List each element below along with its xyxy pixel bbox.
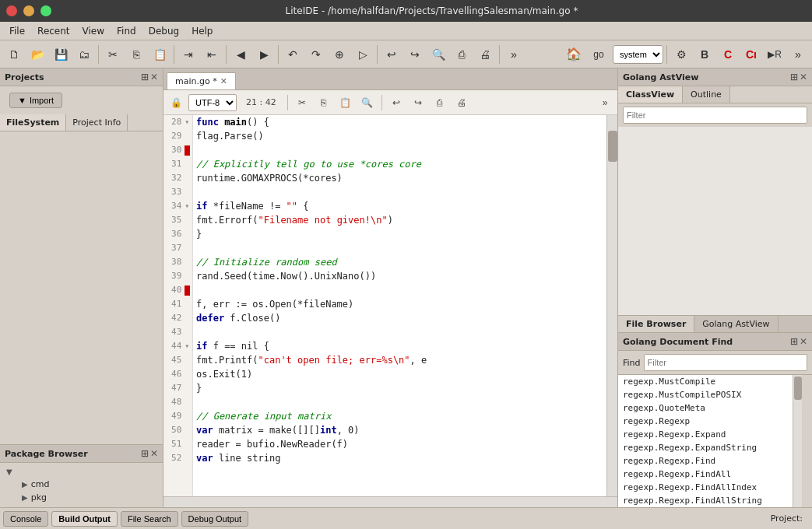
overflow-button[interactable]: » — [787, 44, 809, 65]
b-button[interactable]: B — [694, 44, 715, 65]
menu-find[interactable]: Find — [111, 24, 142, 38]
code-line-41[interactable]: f, err := os.Open(*fileName) — [196, 297, 603, 311]
settings-button[interactable]: ⚙ — [670, 44, 692, 65]
code-line-52[interactable]: var line string — [196, 451, 603, 465]
astview-close-icon[interactable]: ✕ — [800, 72, 807, 82]
menu-help[interactable]: Help — [185, 24, 219, 38]
save-file-button[interactable]: 💾 — [50, 44, 72, 65]
code-line-34[interactable]: if *fileName != "" { — [196, 199, 603, 213]
filter-input[interactable] — [623, 107, 807, 124]
horizontal-scrollbar[interactable] — [163, 496, 617, 507]
godoc-item-7[interactable]: regexp.Regexp.FindAll — [618, 468, 793, 481]
godoc-item-6[interactable]: regexp.Regexp.Find — [618, 454, 793, 468]
ed-redo-icon[interactable]: ↪ — [409, 93, 427, 112]
godoc-close-icon[interactable]: ✕ — [800, 336, 807, 347]
projects-close-icon[interactable]: ✕ — [150, 72, 158, 82]
code-line-50[interactable]: var matrix = make([][]int, 0) — [196, 423, 603, 437]
godoc-item-8[interactable]: regexp.Regexp.FindAllIndex — [618, 481, 793, 494]
godoc-scrollbar[interactable] — [793, 375, 802, 507]
build-select[interactable]: system — [613, 45, 663, 64]
code-line-49[interactable]: // Generate input matrix — [196, 409, 603, 423]
file-search-button[interactable]: File Search — [121, 511, 178, 527]
indent-button[interactable]: ⇥ — [178, 44, 199, 65]
editor-tab-maingo[interactable]: main.go * ✕ — [167, 72, 236, 89]
pkg-pkg[interactable]: ▶ pkg — [6, 491, 156, 504]
code-line-38[interactable]: // Initialize random seed — [196, 255, 603, 269]
code-line-32[interactable]: runtime.GOMAXPROCS(*cores) — [196, 171, 603, 185]
more-button[interactable]: » — [503, 44, 525, 65]
menu-view[interactable]: View — [76, 24, 111, 38]
next-button[interactable]: ▶ — [253, 44, 275, 65]
ed-undo-icon[interactable]: ↩ — [387, 93, 406, 112]
find-button[interactable]: 🔍 — [427, 44, 449, 65]
code-line-42[interactable]: defer f.Close() — [196, 311, 603, 325]
code-line-51[interactable]: reader = bufio.NewReader(f) — [196, 437, 603, 451]
code-line-46[interactable]: os.Exit(1) — [196, 367, 603, 381]
build-output-button[interactable]: Build Output — [51, 511, 118, 527]
c-button[interactable]: C — [717, 44, 739, 65]
pkg-close-icon[interactable]: ✕ — [150, 448, 158, 459]
godoc-item-4[interactable]: regexp.Regexp.Expand — [618, 428, 793, 441]
tab-golang-astview[interactable]: Golang AstView — [694, 316, 778, 332]
go-forward-button[interactable]: ↷ — [305, 44, 327, 65]
pkg-root[interactable]: ▼ — [6, 466, 156, 478]
godoc-item-0[interactable]: regexp.MustCompile — [618, 375, 793, 388]
new-file-button[interactable]: 🗋 — [3, 44, 25, 65]
code-line-29[interactable]: flag.Parse() — [196, 129, 603, 143]
godoc-item-3[interactable]: regexp.Regexp — [618, 415, 793, 428]
minimize-button[interactable] — [23, 5, 34, 16]
run2-button[interactable]: ▶R — [764, 44, 786, 65]
code-line-45[interactable]: fmt.Printf("can't open file; err=%s\n", … — [196, 353, 603, 367]
code-line-43[interactable] — [196, 325, 603, 339]
pkg-cmd[interactable]: ▶ cmd — [6, 478, 156, 491]
print-button[interactable]: ⎙ — [451, 44, 473, 65]
go-back-button[interactable]: ↶ — [282, 44, 304, 65]
godoc-item-1[interactable]: regexp.MustCompilePOSIX — [618, 388, 793, 401]
print2-button[interactable]: 🖨 — [474, 44, 496, 65]
close-button[interactable] — [6, 5, 17, 16]
projects-lock-icon[interactable]: ⊞ — [141, 72, 149, 82]
prev-button[interactable]: ◀ — [230, 44, 251, 65]
ed-paste-icon[interactable]: 📋 — [336, 93, 355, 112]
code-line-37[interactable] — [196, 241, 603, 255]
tab-close-icon[interactable]: ✕ — [220, 76, 227, 86]
readonly-icon[interactable]: 🔒 — [167, 93, 185, 112]
scroll-thumb[interactable] — [608, 131, 617, 162]
tab-projectinfo[interactable]: Project Info — [66, 114, 128, 131]
home-button[interactable]: 🏠 — [563, 44, 585, 65]
menu-recent[interactable]: Recent — [31, 24, 76, 38]
zoom-button[interactable]: ⊕ — [329, 44, 350, 65]
ed-find-icon[interactable]: 🔍 — [358, 93, 377, 112]
menu-file[interactable]: File — [3, 24, 31, 38]
menu-debug[interactable]: Debug — [142, 24, 185, 38]
encoding-select[interactable]: UTF-8 — [188, 94, 237, 111]
code-line-44[interactable]: if f == nil { — [196, 339, 603, 353]
ed-more-icon[interactable]: » — [596, 93, 614, 112]
run-button[interactable]: ▷ — [352, 44, 374, 65]
godoc-item-9[interactable]: regexp.Regexp.FindAllString — [618, 494, 793, 507]
code-line-31[interactable]: // Explicitly tell go to use *cores core — [196, 157, 603, 171]
code-line-33[interactable] — [196, 185, 603, 199]
tab-filesystem[interactable]: FileSystem — [0, 114, 66, 131]
save-all-button[interactable]: 🗂 — [73, 44, 95, 65]
tab-file-browser[interactable]: File Browser — [618, 316, 694, 332]
code-line-28[interactable]: func main() { — [196, 115, 603, 129]
code-line-48[interactable] — [196, 395, 603, 409]
code-line-36[interactable]: } — [196, 227, 603, 241]
ci-button[interactable]: Cı — [740, 44, 762, 65]
ed-copy-icon[interactable]: ⎘ — [315, 93, 333, 112]
copy-button[interactable]: ⎘ — [125, 44, 147, 65]
godoc-filter-input[interactable] — [644, 354, 807, 371]
code-content[interactable]: func main() { flag.Parse() // Explicitly… — [193, 115, 606, 496]
code-line-47[interactable]: } — [196, 381, 603, 395]
maximize-button[interactable] — [40, 5, 51, 16]
open-file-button[interactable]: 📂 — [26, 44, 48, 65]
godoc-item-2[interactable]: regexp.QuoteMeta — [618, 401, 793, 415]
code-line-40[interactable] — [196, 283, 603, 297]
vertical-scrollbar[interactable] — [606, 115, 617, 496]
cut-button[interactable]: ✂ — [102, 44, 124, 65]
pkg-lock-icon[interactable]: ⊞ — [141, 448, 149, 459]
code-line-39[interactable]: rand.Seed(time.Now().UnixNano()) — [196, 269, 603, 283]
godoc-scroll-thumb[interactable] — [794, 377, 802, 400]
paste-button[interactable]: 📋 — [149, 44, 170, 65]
